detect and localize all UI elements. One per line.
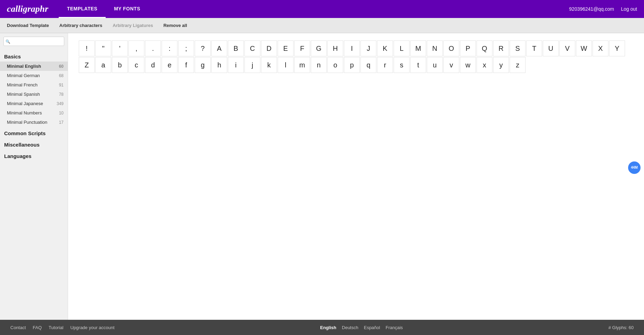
glyph-cell[interactable]: E	[278, 40, 294, 56]
footer-glyph-count: # Glyphs: 60	[608, 325, 634, 330]
glyph-cell[interactable]: e	[162, 57, 177, 73]
glyph-cell[interactable]: X	[593, 40, 608, 56]
footer-lang-english[interactable]: English	[320, 325, 336, 330]
glyph-grid: !"',.:;?ABCDEFGHIJKLMNOPQRSTUVWXYZabcdef…	[78, 40, 634, 73]
glyph-cell[interactable]: W	[576, 40, 592, 56]
glyph-cell[interactable]: k	[261, 57, 277, 73]
glyph-cell[interactable]: A	[211, 40, 227, 56]
glyph-cell[interactable]: i	[228, 57, 244, 73]
glyph-cell[interactable]: r	[377, 57, 393, 73]
header-left: calligraphr TEMPLATES MY FONTS	[7, 0, 148, 18]
glyph-cell[interactable]: :	[162, 40, 177, 56]
remove-all-button[interactable]: Remove all	[163, 21, 187, 29]
footer-upgrade[interactable]: Upgrade your account	[70, 325, 115, 330]
glyph-cell[interactable]: K	[377, 40, 393, 56]
sidebar-item-count: 78	[59, 92, 64, 97]
footer-contact[interactable]: Contact	[10, 325, 26, 330]
sidebar-item-minimal-spanish[interactable]: Minimal Spanish 78	[0, 90, 68, 99]
nav-tab-templates[interactable]: TEMPLATES	[59, 0, 106, 18]
footer-lang-francais[interactable]: Français	[386, 325, 403, 330]
sidebar-section-miscellaneous[interactable]: Miscellaneous	[0, 138, 68, 150]
sidebar-item-minimal-german[interactable]: Minimal German 68	[0, 71, 68, 80]
glyph-cell[interactable]: "	[95, 40, 111, 56]
glyph-cell[interactable]: V	[559, 40, 575, 56]
sidebar-section-languages[interactable]: Languages	[0, 150, 68, 161]
glyph-cell[interactable]: F	[294, 40, 310, 56]
sidebar-item-minimal-english[interactable]: Minimal English 60	[0, 62, 68, 71]
glyph-cell[interactable]: o	[327, 57, 343, 73]
glyph-cell[interactable]: Y	[609, 40, 625, 56]
main-layout: 🔍 Basics Minimal English 60 Minimal Germ…	[0, 33, 644, 320]
glyph-cell[interactable]: B	[228, 40, 244, 56]
sidebar-section-basics[interactable]: Basics	[0, 50, 68, 62]
glyph-cell[interactable]: d	[145, 57, 161, 73]
glyph-cell[interactable]: P	[460, 40, 476, 56]
glyph-cell[interactable]: j	[244, 57, 260, 73]
glyph-cell[interactable]: g	[195, 57, 211, 73]
glyph-cell[interactable]: T	[526, 40, 542, 56]
footer-lang-deutsch[interactable]: Deutsch	[342, 325, 358, 330]
footer-tutorial[interactable]: Tutorial	[49, 325, 64, 330]
sidebar-item-count: 10	[59, 111, 64, 115]
arbitrary-characters-button[interactable]: Arbitrary characters	[59, 21, 102, 29]
footer-faq[interactable]: FAQ	[33, 325, 42, 330]
glyph-cell[interactable]: ;	[178, 40, 194, 56]
glyph-cell[interactable]: c	[128, 57, 144, 73]
glyph-cell[interactable]: J	[361, 40, 376, 56]
glyph-cell[interactable]: U	[543, 40, 559, 56]
glyph-cell[interactable]: n	[311, 57, 327, 73]
sidebar-section-common-scripts[interactable]: Common Scripts	[0, 127, 68, 138]
glyph-cell[interactable]: h	[211, 57, 227, 73]
glyph-cell[interactable]: f	[178, 57, 194, 73]
sidebar-item-label: Minimal Punctuation	[7, 120, 47, 125]
nav-tab-myfonts[interactable]: MY FONTS	[106, 0, 148, 18]
sidebar-item-label: Minimal French	[7, 82, 38, 87]
sidebar-item-label: Minimal English	[7, 64, 41, 69]
sidebar-item-minimal-punctuation[interactable]: Minimal Punctuation 17	[0, 118, 68, 127]
glyph-cell[interactable]: w	[460, 57, 476, 73]
sidebar: 🔍 Basics Minimal English 60 Minimal Germ…	[0, 33, 68, 320]
glyph-cell[interactable]: I	[344, 40, 360, 56]
float-button[interactable]: 44M	[628, 161, 641, 174]
glyph-cell[interactable]: ,	[128, 40, 144, 56]
glyph-cell[interactable]: '	[112, 40, 128, 56]
glyph-cell[interactable]: m	[294, 57, 310, 73]
sidebar-item-count: 17	[59, 120, 64, 125]
glyph-cell[interactable]: C	[244, 40, 260, 56]
search-icon: 🔍	[6, 39, 10, 44]
sidebar-item-minimal-french[interactable]: Minimal French 91	[0, 80, 68, 90]
glyph-cell[interactable]: !	[79, 40, 95, 56]
glyph-cell[interactable]: v	[443, 57, 459, 73]
glyph-cell[interactable]: l	[278, 57, 294, 73]
glyph-cell[interactable]: G	[311, 40, 327, 56]
footer-lang-espanol[interactable]: Español	[364, 325, 380, 330]
search-input[interactable]	[3, 37, 64, 46]
glyph-cell[interactable]: .	[145, 40, 161, 56]
glyph-cell[interactable]: H	[327, 40, 343, 56]
glyph-cell[interactable]: M	[410, 40, 426, 56]
glyph-cell[interactable]: a	[95, 57, 111, 73]
glyph-cell[interactable]: b	[112, 57, 128, 73]
glyph-cell[interactable]: R	[493, 40, 509, 56]
glyph-cell[interactable]: L	[394, 40, 410, 56]
sidebar-item-minimal-numbers[interactable]: Minimal Numbers 10	[0, 108, 68, 118]
glyph-cell[interactable]: D	[261, 40, 277, 56]
glyph-cell[interactable]: q	[361, 57, 376, 73]
glyph-cell[interactable]: s	[394, 57, 410, 73]
glyph-cell[interactable]: t	[410, 57, 426, 73]
glyph-cell[interactable]: u	[427, 57, 443, 73]
logout-button[interactable]: Log out	[621, 6, 637, 12]
glyph-cell[interactable]: z	[510, 57, 526, 73]
glyph-cell[interactable]: O	[443, 40, 459, 56]
glyph-cell[interactable]: N	[427, 40, 443, 56]
glyph-cell[interactable]: Z	[79, 57, 95, 73]
glyph-cell[interactable]: ?	[195, 40, 211, 56]
sidebar-item-minimal-japanese[interactable]: Minimal Japanese 349	[0, 99, 68, 108]
glyph-cell[interactable]: p	[344, 57, 360, 73]
glyph-cell[interactable]: x	[477, 57, 492, 73]
download-template-button[interactable]: Download Template	[7, 21, 49, 29]
user-email: 920396241@qq.com	[569, 6, 614, 12]
glyph-cell[interactable]: Q	[477, 40, 492, 56]
glyph-cell[interactable]: S	[510, 40, 526, 56]
glyph-cell[interactable]: y	[493, 57, 509, 73]
